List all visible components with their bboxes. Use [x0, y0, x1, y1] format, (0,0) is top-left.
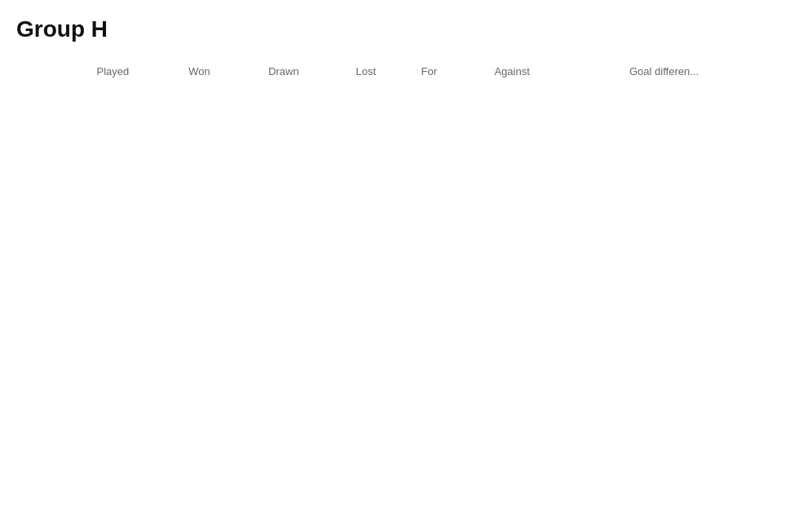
col-for: For	[400, 59, 458, 87]
col-goal-diff: Goal differen...	[566, 59, 761, 87]
col-lost: Lost	[332, 59, 400, 87]
col-points	[762, 59, 779, 87]
page-title: Group H	[16, 16, 796, 42]
standings-table: Played Won Drawn Lost For Against Goal d…	[16, 59, 796, 87]
col-won: Won	[163, 59, 236, 87]
col-team	[33, 59, 63, 87]
col-played: Played	[63, 59, 163, 87]
col-rank	[16, 59, 33, 87]
col-form-guide	[779, 59, 796, 87]
col-drawn: Drawn	[236, 59, 332, 87]
col-against: Against	[458, 59, 567, 87]
